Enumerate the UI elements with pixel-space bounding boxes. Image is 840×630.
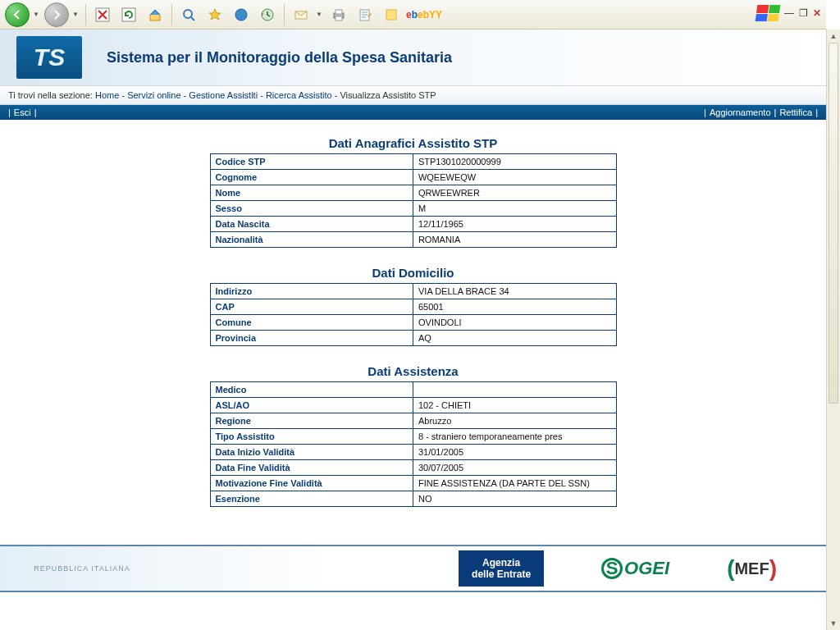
field-label: Nome (210, 185, 413, 201)
footer: REPUBBLICA ITALIANA Agenzia delle Entrat… (0, 545, 826, 592)
section-title: Dati Anagrafici Assistito STP (0, 136, 826, 150)
field-label: Motivazione Fine Validità (210, 476, 413, 491)
field-label: Sesso (210, 201, 413, 217)
field-value: VIA DELLA BRACE 34 (413, 284, 616, 299)
field-value (413, 382, 616, 398)
field-value: STP1301020000999 (413, 154, 616, 170)
field-value: 30/07/2005 (413, 460, 616, 476)
forward-dropdown[interactable]: ▼ (72, 11, 80, 18)
breadcrumb: Ti trovi nella sezione: Home - Servizi o… (0, 85, 826, 105)
search-icon[interactable] (177, 3, 200, 26)
mail-icon[interactable] (290, 3, 313, 26)
svg-rect-14 (386, 10, 396, 20)
forward-button[interactable] (44, 2, 69, 27)
table-row: Tipo Assistito8 - straniero temporaneame… (210, 429, 616, 445)
field-label: Tipo Assistito (210, 429, 413, 445)
app-header: TS Sistema per il Monitoraggio della Spe… (0, 30, 826, 85)
breadcrumb-item[interactable]: Servizi online (127, 90, 180, 100)
aggiornamento-link[interactable]: Aggiornamento (710, 107, 771, 117)
field-label: Indirizzo (210, 284, 413, 299)
table-row: IndirizzoVIA DELLA BRACE 34 (210, 284, 616, 299)
print-icon[interactable] (327, 3, 350, 26)
field-value: OVINDOLI (413, 315, 616, 331)
ebay-icon[interactable]: ebebYY (406, 3, 442, 26)
home-icon[interactable] (144, 3, 167, 26)
breadcrumb-item[interactable]: Ricerca Assistito (266, 90, 332, 100)
field-value: NO (413, 491, 616, 507)
esci-link[interactable]: Esci (14, 107, 31, 117)
field-label: Regione (210, 413, 413, 429)
refresh-icon[interactable] (117, 3, 140, 26)
field-label: Medico (210, 382, 413, 398)
app-logo: TS (0, 30, 98, 85)
field-value: M (413, 201, 616, 217)
table-row: ComuneOVINDOLI (210, 315, 616, 331)
table-row: CAP65001 (210, 299, 616, 315)
minimize-button[interactable]: — (784, 7, 794, 19)
mef-logo: (MEF) (727, 555, 777, 582)
table-row: NomeQRWEEWRER (210, 185, 616, 201)
scroll-up-icon[interactable]: ▲ (827, 30, 840, 43)
field-label: CAP (210, 299, 413, 315)
field-value: 8 - straniero temporaneamente pres (413, 429, 616, 445)
field-value: ROMANIA (413, 232, 616, 248)
table-row: Codice STPSTP1301020000999 (210, 154, 616, 170)
table-row: Data Fine Validità30/07/2005 (210, 460, 616, 476)
table-row: ASL/AO102 - CHIETI (210, 398, 616, 413)
svg-point-2 (184, 10, 192, 18)
field-label: Nazionalità (210, 232, 413, 248)
field-value: 31/01/2005 (413, 445, 616, 460)
note-icon[interactable] (380, 3, 403, 26)
svg-point-4 (235, 9, 247, 21)
svg-rect-9 (336, 16, 342, 21)
field-label: Cognome (210, 170, 413, 185)
field-value: 65001 (413, 299, 616, 315)
stop-icon[interactable] (91, 3, 114, 26)
edit-icon[interactable] (354, 3, 377, 26)
back-dropdown[interactable]: ▼ (33, 11, 41, 18)
section-title: Dati Assistenza (0, 364, 826, 378)
history-icon[interactable] (256, 3, 279, 26)
field-label: ASL/AO (210, 398, 413, 413)
table-row: RegioneAbruzzo (210, 413, 616, 429)
field-label: Comune (210, 315, 413, 331)
republic-seal: REPUBBLICA ITALIANA (8, 550, 156, 587)
vertical-scrollbar[interactable]: ▲ ▼ (826, 30, 840, 630)
field-label: Data Inizio Validità (210, 445, 413, 460)
table-row: Data Nascita12/11/1965 (210, 217, 616, 232)
table-row: SessoM (210, 201, 616, 217)
data-table: IndirizzoVIA DELLA BRACE 34CAP65001Comun… (210, 283, 617, 346)
field-label: Provincia (210, 331, 413, 346)
breadcrumb-item[interactable]: Gestione Assistiti (189, 90, 258, 100)
table-row: Medico (210, 382, 616, 398)
table-row: ProvinciaAQ (210, 331, 616, 346)
close-button[interactable]: ✕ (813, 7, 821, 19)
field-value: FINE ASSISTENZA (DA PARTE DEL SSN) (413, 476, 616, 491)
data-table: Codice STPSTP1301020000999CognomeWQEEWEQ… (210, 153, 617, 248)
svg-rect-8 (336, 10, 342, 14)
breadcrumb-item: Visualizza Assistito STP (340, 90, 436, 100)
globe-icon[interactable] (230, 3, 253, 26)
table-row: Motivazione Fine ValiditàFINE ASSISTENZA… (210, 476, 616, 491)
field-label: Codice STP (210, 154, 413, 170)
data-table: MedicoASL/AO102 - CHIETIRegioneAbruzzoTi… (210, 381, 617, 507)
agenzia-entrate-logo: Agenzia delle Entrate (459, 550, 544, 587)
breadcrumb-item[interactable]: Home (95, 90, 119, 100)
sogei-logo: SOGEI (601, 558, 669, 579)
svg-line-3 (191, 17, 194, 21)
content-area: Dati Anagrafici Assistito STPCodice STPS… (0, 120, 826, 545)
restore-button[interactable]: ❐ (799, 7, 808, 19)
table-row: NazionalitàROMANIA (210, 232, 616, 248)
breadcrumb-prefix: Ti trovi nella sezione: (8, 90, 93, 100)
field-value: WQEEWEQW (413, 170, 616, 185)
favorites-icon[interactable] (203, 3, 226, 26)
app-title: Sistema per il Monitoraggio della Spesa … (98, 49, 452, 66)
mail-dropdown[interactable]: ▼ (316, 11, 324, 18)
back-button[interactable] (5, 2, 30, 27)
scroll-thumb[interactable] (829, 43, 838, 404)
field-value: 12/11/1965 (413, 217, 616, 232)
field-value: 102 - CHIETI (413, 398, 616, 413)
rettifica-link[interactable]: Rettifica (779, 107, 812, 117)
scroll-down-icon[interactable]: ▼ (827, 617, 840, 630)
field-label: Data Fine Validità (210, 460, 413, 476)
